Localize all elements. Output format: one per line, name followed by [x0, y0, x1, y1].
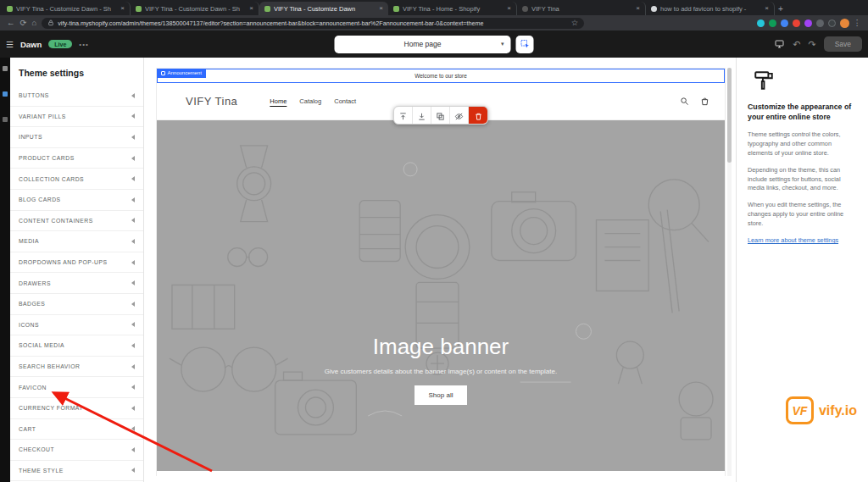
preview-scrollbar[interactable] — [727, 68, 732, 476]
preview-scrollbar-thumb[interactable] — [727, 68, 732, 163]
image-banner-section[interactable]: Image banner Give customers details abou… — [157, 120, 725, 471]
browser-profile-avatar[interactable] — [840, 19, 849, 28]
puzzle-extensions-icon[interactable] — [828, 19, 836, 27]
search-icon[interactable] — [680, 97, 689, 106]
sidebar-item-checkout[interactable]: CHECKOUT — [10, 440, 143, 461]
tab-close-icon[interactable]: × — [379, 5, 383, 12]
inspector-toggle-button[interactable] — [516, 36, 534, 53]
tab-close-icon[interactable]: × — [120, 5, 125, 12]
sidebar-item-label: SEARCH BEHAVIOR — [19, 363, 80, 369]
shopify-favicon — [7, 6, 13, 12]
extension-icon-4[interactable] — [793, 19, 800, 27]
store-favicon — [522, 6, 528, 12]
next-section-edge — [157, 471, 725, 477]
page-selector-value: Home page — [404, 40, 442, 48]
cart-icon[interactable] — [700, 97, 709, 106]
desktop-preview-icon[interactable] — [774, 39, 785, 49]
tab-close-icon[interactable]: × — [249, 5, 253, 12]
sidebar-item-drawers[interactable]: DRAWERS — [10, 273, 143, 294]
store-header-section[interactable]: VIFY Tina Home Catalog Contact — [157, 83, 725, 120]
nav-link-catalog[interactable]: Catalog — [299, 97, 321, 105]
sidebar-item-label: ICONS — [19, 322, 39, 328]
sidebar-item-product-cards[interactable]: PRODUCT CARDS — [10, 148, 143, 169]
nav-link-contact[interactable]: Contact — [334, 97, 356, 105]
redo-icon[interactable]: ↷ — [808, 40, 815, 49]
announcement-selection-badge: Announcement — [157, 69, 206, 78]
tab-close-icon[interactable]: × — [765, 5, 769, 12]
move-down-button[interactable] — [413, 107, 431, 125]
vify-logo[interactable]: VF vify.io — [786, 396, 857, 424]
search-favicon — [651, 6, 657, 12]
left-edge-strip — [0, 58, 10, 482]
sidebar-item-currency-format[interactable]: CURRENCY FORMAT — [10, 398, 143, 419]
extension-icon-5[interactable] — [804, 19, 812, 27]
reload-icon[interactable]: ⟳ — [20, 19, 27, 27]
back-icon[interactable]: ← — [7, 19, 15, 27]
chevron-down-icon: ▾ — [501, 41, 504, 47]
bookmark-star-icon[interactable]: ☆ — [571, 19, 579, 27]
sidebar-item-media[interactable]: MEDIA — [10, 231, 143, 252]
sidebar-item-favicon[interactable]: FAVICON — [10, 377, 143, 398]
move-up-button[interactable] — [394, 107, 413, 125]
chevron-icon — [131, 239, 135, 244]
nav-link-home[interactable]: Home — [270, 97, 287, 105]
shop-all-button[interactable]: Shop all — [415, 385, 468, 405]
announcement-bar-section[interactable]: Announcement Welcome to our store — [157, 69, 725, 83]
chevron-icon — [131, 197, 135, 202]
delete-block-button[interactable] — [469, 107, 487, 125]
learn-more-link[interactable]: Learn more about theme settings — [748, 236, 838, 244]
undo-icon[interactable]: ↶ — [793, 40, 800, 49]
browser-menu-icon[interactable]: ⋮ — [854, 19, 862, 27]
lock-icon — [47, 19, 54, 26]
store-nav: Home Catalog Contact — [270, 97, 356, 105]
extension-icon-2[interactable] — [769, 19, 776, 27]
sidebar-item-search-behavior[interactable]: SEARCH BEHAVIOR — [10, 357, 143, 378]
strip-icon-2 — [3, 91, 8, 97]
extension-icon-3[interactable] — [781, 19, 788, 27]
theme-options-menu[interactable]: ••• — [79, 41, 88, 48]
block-toolbar — [393, 106, 488, 125]
browser-tab[interactable]: how to add favicon to shopify - × — [646, 2, 775, 15]
chevron-icon — [131, 426, 135, 431]
sidebar-item-theme-style[interactable]: THEME STYLE — [10, 461, 143, 482]
strip-icon-1 — [3, 66, 8, 71]
extension-icon-1[interactable] — [757, 19, 765, 27]
duplicate-button[interactable] — [431, 107, 450, 125]
chevron-icon — [131, 156, 135, 161]
url-field[interactable]: vify-tina.myshopify.com/admin/themes/138… — [42, 18, 584, 29]
exit-menu-icon[interactable]: ☰ — [6, 40, 14, 49]
chevron-icon — [131, 302, 135, 307]
sidebar-item-inputs[interactable]: INPUTS — [10, 127, 143, 148]
sidebar-item-blog-cards[interactable]: BLOG CARDS — [10, 190, 143, 211]
sidebar-item-buttons[interactable]: BUTTONS — [10, 86, 143, 107]
tab-title: VIFY Tina - Customize Dawn - Sh — [16, 5, 117, 13]
banner-heading: Image banner — [373, 334, 509, 360]
home-icon[interactable]: ⌂ — [31, 19, 36, 27]
dark-mode-extension-icon[interactable] — [816, 19, 824, 27]
browser-tab[interactable]: VIFY Tina - Home - Shopify × — [388, 2, 517, 15]
storefront-preview: Announcement Welcome to our store VIFY T… — [156, 68, 726, 476]
strip-icon-3 — [3, 117, 8, 122]
browser-tab[interactable]: VIFY Tina - Customize Dawn - Sh × — [2, 2, 131, 15]
browser-tab-active[interactable]: VIFY Tina - Customize Dawn × — [259, 2, 388, 15]
sidebar-item-content-containers[interactable]: CONTENT CONTAINERS — [10, 211, 143, 232]
vify-logo-text: vify.io — [819, 403, 857, 418]
sidebar-item-variant-pills[interactable]: VARIANT PILLS — [10, 107, 143, 128]
tab-close-icon[interactable]: × — [636, 5, 640, 12]
sidebar-item-icons[interactable]: ICONS — [10, 315, 143, 336]
sidebar-item-badges[interactable]: BADGES — [10, 294, 143, 315]
sidebar-item-social-media[interactable]: SOCIAL MEDIA — [10, 335, 143, 357]
sidebar-item-dropdowns-and-popups[interactable]: DROPDOWNS AND POP-UPS — [10, 252, 143, 274]
page-selector[interactable]: Home page ▾ — [335, 36, 511, 53]
tab-close-icon[interactable]: × — [507, 5, 511, 12]
browser-tab[interactable]: VIFY Tina - Customize Dawn - Sh × — [131, 2, 259, 15]
store-logo[interactable]: VIFY Tina — [186, 95, 237, 108]
browser-tab[interactable]: VIFY Tina × — [517, 2, 646, 15]
hide-block-button[interactable] — [450, 107, 469, 125]
save-button[interactable]: Save — [824, 36, 862, 52]
info-panel-paragraph-3: When you edit theme settings, the change… — [748, 201, 857, 229]
sidebar-item-label: MEDIA — [19, 238, 39, 244]
sidebar-item-collection-cards[interactable]: COLLECTION CARDS — [10, 169, 143, 190]
new-tab-button[interactable]: + — [775, 3, 787, 14]
sidebar-item-cart[interactable]: CART — [10, 419, 143, 440]
